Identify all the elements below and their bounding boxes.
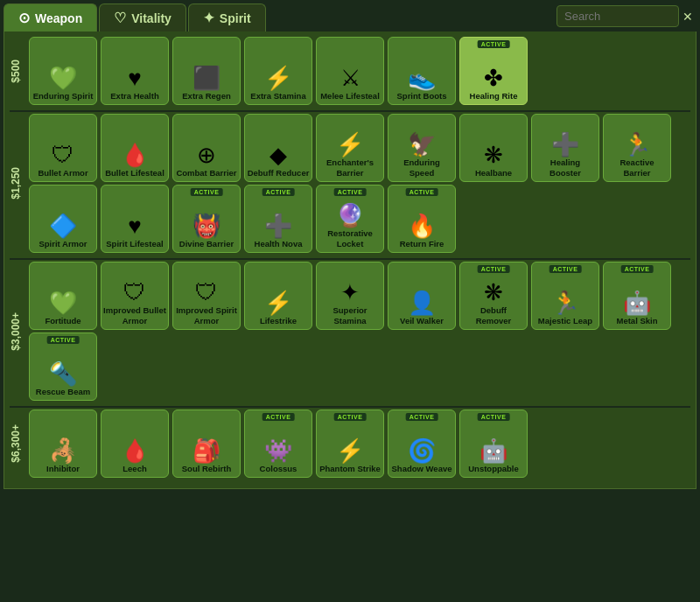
item-card-extra-health[interactable]: ♥Extra Health xyxy=(101,37,169,105)
item-card-extra-stamina[interactable]: ⚡Extra Stamina xyxy=(244,37,312,105)
item-card-sprint-boots[interactable]: 👟Sprint Boots xyxy=(388,37,456,105)
item-card-enchanters-barrier[interactable]: ⚡Enchanter's Barrier xyxy=(316,114,384,182)
tab-vitality[interactable]: ♡ Vitality xyxy=(99,4,186,32)
tier-items-inner-tier-3000: 💚Fortitude🛡Improved Bullet Armor🛡Improve… xyxy=(29,262,690,330)
item-card-melee-lifesteal[interactable]: ⚔Melee Lifesteal xyxy=(316,37,384,105)
tab-spirit[interactable]: ✦ Spirit xyxy=(188,4,266,32)
item-name-extra-health: Extra Health xyxy=(110,91,158,101)
item-name-combat-barrier: Combat Barrier xyxy=(176,168,236,178)
item-card-divine-barrier[interactable]: ACTIVE👹Divine Barrier xyxy=(172,185,241,253)
item-name-veil-walker: Veil Walker xyxy=(400,316,444,326)
item-card-spirit-armor[interactable]: 🔷Spirit Armor xyxy=(29,185,97,253)
item-card-veil-walker[interactable]: 👤Veil Walker xyxy=(388,262,456,330)
item-card-debuff-remover[interactable]: ACTIVE❋Debuff Remover xyxy=(459,262,528,330)
item-icon-improved-bullet-armor: 🛡 xyxy=(123,281,146,304)
item-name-extra-stamina: Extra Stamina xyxy=(250,91,305,101)
item-name-sprint-boots: Sprint Boots xyxy=(397,91,447,101)
item-icon-sprint-boots: 👟 xyxy=(408,66,436,89)
tier-items-3: 🦂Inhibitor🩸Leech🎒Soul RebirthACTIVE👾Colo… xyxy=(29,410,690,478)
tab-weapon-label: Weapon xyxy=(35,11,82,25)
item-icon-enduring-speed: 🦅 xyxy=(408,133,436,156)
active-badge-majestic-leap: ACTIVE xyxy=(550,265,582,273)
item-card-inhibitor[interactable]: 🦂Inhibitor xyxy=(29,410,97,478)
tier-items-inner-tier-1250: 🛡Bullet Armor🩸Bullet Lifesteal⊕Combat Ba… xyxy=(29,114,690,182)
active-badge-restorative-locket: ACTIVE xyxy=(334,188,367,196)
tab-spirit-label: Spirit xyxy=(220,11,251,25)
tier-items-2: 💚Fortitude🛡Improved Bullet Armor🛡Improve… xyxy=(29,262,690,401)
tier-items-inner-tier-500: 💚Enduring Spirit♥Extra Health⬛Extra Rege… xyxy=(29,37,690,105)
item-name-healbane: Healbane xyxy=(475,168,512,178)
active-badge-debuff-remover: ACTIVE xyxy=(478,265,510,273)
item-card-health-nova[interactable]: ACTIVE➕Health Nova xyxy=(244,185,312,253)
item-icon-leech: 🩸 xyxy=(121,439,149,462)
item-card-phantom-strike[interactable]: ACTIVE⚡Phantom Strike xyxy=(316,410,384,478)
item-name-melee-lifesteal: Melee Lifesteal xyxy=(320,91,380,101)
item-card-unstoppable[interactable]: ACTIVE🤖Unstoppable xyxy=(459,410,528,478)
item-card-restorative-locket[interactable]: ACTIVE🔮Restorative Locket xyxy=(316,185,384,253)
item-icon-combat-barrier: ⊕ xyxy=(197,144,216,166)
main-content: $500💚Enduring Spirit♥Extra Health⬛Extra … xyxy=(4,32,696,489)
item-card-superior-stamina[interactable]: ✦Superior Stamina xyxy=(316,262,384,330)
item-card-rescue-beam[interactable]: ACTIVE🔦Rescue Beam xyxy=(29,332,97,401)
tab-bar: ⊙ Weapon ♡ Vitality ✦ Spirit ✕ xyxy=(0,0,700,32)
item-name-healing-rite: Healing Rite xyxy=(470,91,518,101)
item-card-healing-booster[interactable]: ➕Healing Booster xyxy=(531,114,599,182)
item-card-majestic-leap[interactable]: ACTIVE🏃Majestic Leap xyxy=(531,262,599,330)
item-icon-spirit-lifesteal: ♥ xyxy=(128,214,141,237)
item-name-return-fire: Return Fire xyxy=(400,239,444,248)
search-clear-button[interactable]: ✕ xyxy=(682,10,693,24)
item-name-spirit-lifesteal: Spirit Lifesteal xyxy=(106,239,163,248)
item-icon-debuff-remover: ❋ xyxy=(484,281,503,304)
active-badge-colossus: ACTIVE xyxy=(262,413,295,421)
item-card-reactive-barrier[interactable]: 🏃Reactive Barrier xyxy=(603,114,671,182)
item-icon-enchanters-barrier: ⚡ xyxy=(336,133,364,156)
item-card-metal-skin[interactable]: ACTIVE🤖Metal Skin xyxy=(603,262,671,330)
search-input[interactable] xyxy=(556,5,679,27)
item-name-spirit-armor: Spirit Armor xyxy=(38,239,87,248)
item-icon-healing-rite: ✤ xyxy=(484,66,503,89)
item-name-bullet-lifesteal: Bullet Lifesteal xyxy=(105,168,164,178)
active-badge-healing-rite: ACTIVE xyxy=(478,40,510,48)
tier-items-inner-tier-1250b: 🔷Spirit Armor♥Spirit LifestealACTIVE👹Div… xyxy=(29,185,690,253)
vitality-tab-icon: ♡ xyxy=(114,10,126,26)
item-card-colossus[interactable]: ACTIVE👾Colossus xyxy=(244,410,312,478)
item-icon-unstoppable: 🤖 xyxy=(480,439,508,462)
tab-weapon[interactable]: ⊙ Weapon xyxy=(4,4,97,32)
item-name-superior-stamina: Superior Stamina xyxy=(318,305,382,326)
item-card-extra-regen[interactable]: ⬛Extra Regen xyxy=(172,37,241,105)
item-card-spirit-lifesteal[interactable]: ♥Spirit Lifesteal xyxy=(101,185,169,253)
item-card-enduring-spirit[interactable]: 💚Enduring Spirit xyxy=(29,37,97,105)
item-name-improved-bullet-armor: Improved Bullet Armor xyxy=(103,305,166,326)
tier-items-inner-tier-6300: 🦂Inhibitor🩸Leech🎒Soul RebirthACTIVE👾Colo… xyxy=(29,410,690,478)
item-icon-health-nova: ➕ xyxy=(264,214,292,237)
item-card-shadow-weave[interactable]: ACTIVE🌀Shadow Weave xyxy=(388,410,456,478)
item-card-improved-bullet-armor[interactable]: 🛡Improved Bullet Armor xyxy=(101,262,169,330)
tier-row-1: $1,250🛡Bullet Armor🩸Bullet Lifesteal⊕Com… xyxy=(10,114,690,253)
item-card-fortitude[interactable]: 💚Fortitude xyxy=(29,262,97,330)
item-icon-spirit-armor: 🔷 xyxy=(49,214,77,237)
item-name-soul-rebirth: Soul Rebirth xyxy=(182,464,231,473)
item-card-improved-spirit-armor[interactable]: 🛡Improved Spirit Armor xyxy=(172,262,241,330)
item-card-enduring-speed[interactable]: 🦅Enduring Speed xyxy=(388,114,456,182)
item-card-soul-rebirth[interactable]: 🎒Soul Rebirth xyxy=(172,410,241,478)
item-card-lifestrike[interactable]: ⚡Lifestrike xyxy=(244,262,312,330)
item-icon-lifestrike: ⚡ xyxy=(264,291,292,314)
item-name-unstoppable: Unstoppable xyxy=(468,464,519,473)
item-card-bullet-armor[interactable]: 🛡Bullet Armor xyxy=(29,114,97,182)
item-card-combat-barrier[interactable]: ⊕Combat Barrier xyxy=(172,114,241,182)
item-name-bullet-armor: Bullet Armor xyxy=(38,168,88,178)
item-card-return-fire[interactable]: ACTIVE🔥Return Fire xyxy=(388,185,456,253)
item-name-majestic-leap: Majestic Leap xyxy=(538,316,592,326)
item-icon-melee-lifesteal: ⚔ xyxy=(340,66,360,89)
tier-label-0: $500 xyxy=(10,56,29,87)
item-card-debuff-reducer[interactable]: ◆Debuff Reducer xyxy=(244,114,312,182)
item-name-metal-skin: Metal Skin xyxy=(617,316,658,326)
active-badge-rescue-beam: ACTIVE xyxy=(47,336,80,344)
search-area: ✕ xyxy=(556,5,693,27)
item-icon-extra-regen: ⬛ xyxy=(192,66,220,89)
item-icon-restorative-locket: 🔮 xyxy=(336,204,364,227)
item-card-healing-rite[interactable]: ACTIVE✤Healing Rite xyxy=(459,37,528,105)
item-card-leech[interactable]: 🩸Leech xyxy=(101,410,169,478)
item-card-healbane[interactable]: ❋Healbane xyxy=(459,114,528,182)
item-card-bullet-lifesteal[interactable]: 🩸Bullet Lifesteal xyxy=(101,114,169,182)
